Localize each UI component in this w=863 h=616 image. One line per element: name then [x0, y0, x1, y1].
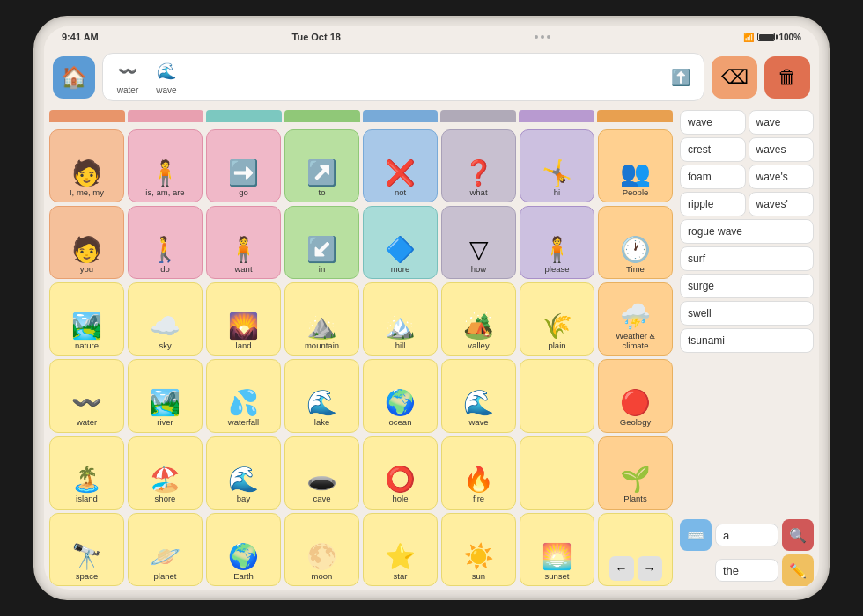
symbol-mountain[interactable]: ⛰️ mountain [284, 282, 359, 356]
hole-icon: ⭕ [385, 467, 416, 492]
word-btn-wave-2[interactable]: wave [749, 110, 815, 135]
symbol-ocean[interactable]: 🌍 ocean [363, 359, 438, 432]
symbol-want[interactable]: 🧍 want [206, 206, 281, 279]
cat-tab-blue[interactable] [363, 110, 439, 122]
word-btn-rogue-wave[interactable]: rogue wave [680, 219, 814, 244]
home-icon: 🏠 [61, 65, 87, 90]
delete-button[interactable]: ⌫ [712, 56, 757, 99]
text-input-a[interactable]: a [715, 524, 778, 546]
cat-tab-pink[interactable] [128, 110, 203, 122]
symbol-you[interactable]: 🧑 you [49, 206, 124, 279]
symbol-sunset[interactable]: 🌅 sunset [520, 513, 594, 586]
bay-icon: 🌊 [228, 467, 259, 492]
symbol-wave[interactable]: 🌊 wave [441, 359, 516, 432]
symbol-go[interactable]: ➡️ go [206, 129, 281, 202]
symbol-more[interactable]: 🔷 more [363, 206, 438, 279]
word-btn-crest[interactable]: crest [680, 137, 746, 162]
symbol-time[interactable]: 🕐 Time [598, 206, 673, 279]
fire-label: fire [473, 494, 484, 503]
word-row-surge: surge [680, 274, 814, 298]
next-page-button[interactable]: → [638, 556, 662, 581]
symbol-do[interactable]: 🚶 do [128, 206, 203, 279]
home-button[interactable]: 🏠 [53, 56, 95, 99]
symbol-plants[interactable]: 🌱 Plants [598, 436, 673, 510]
cat-tab-purple[interactable] [519, 110, 594, 122]
plain-label: plain [548, 341, 565, 350]
symbol-hi[interactable]: 🤸 hi [520, 129, 594, 202]
word-btn-foam[interactable]: foam [680, 165, 746, 189]
bottom-controls: ⌨️ a 🔍 the ✏️ [680, 519, 814, 586]
status-right: 📶 100% [743, 33, 801, 42]
symbol-sun[interactable]: ☀️ sun [441, 513, 516, 586]
symbol-in[interactable]: ↙️ in [284, 206, 359, 279]
symbol-land[interactable]: 🌄 land [206, 282, 281, 356]
symbol-fire[interactable]: 🔥 fire [441, 436, 516, 510]
cat-tab-orange2[interactable] [597, 110, 673, 122]
word-btn-waves[interactable]: waves [749, 137, 815, 162]
category-tabs [49, 110, 673, 126]
water-icon: 〰️ [71, 391, 102, 415]
word-btn-wave-s[interactable]: wave's [749, 165, 815, 189]
text-row-2: the ✏️ [680, 554, 814, 586]
symbol-sky[interactable]: ☁️ sky [128, 282, 203, 356]
island-label: island [76, 494, 98, 503]
word-btn-swell[interactable]: swell [680, 301, 814, 326]
symbol-lake[interactable]: 🌊 lake [284, 359, 359, 432]
share-button[interactable]: ⬆️ [668, 65, 693, 90]
cat-tab-gray[interactable] [440, 110, 516, 122]
in-label: in [319, 264, 325, 274]
symbol-planet[interactable]: 🪐 planet [128, 513, 203, 586]
sun-icon: ☀️ [463, 545, 494, 569]
symbol-shore[interactable]: 🏖️ shore [128, 436, 203, 510]
text-input-the[interactable]: the [715, 559, 778, 582]
symbol-people[interactable]: 👥 People [598, 129, 673, 202]
word-btn-wave-1[interactable]: wave [680, 110, 746, 135]
water-label: water [117, 85, 138, 95]
symbol-hill[interactable]: 🏔️ hill [363, 282, 438, 356]
symbol-earth[interactable]: 🌍 Earth [206, 513, 281, 586]
symbol-nature[interactable]: 🏞️ nature [49, 282, 124, 356]
word-btn-ripple[interactable]: ripple [680, 192, 746, 216]
keyboard-button[interactable]: ⌨️ [680, 519, 712, 551]
symbol-is-am-are[interactable]: 🧍 is, am, are [128, 129, 203, 202]
symbol-valley[interactable]: 🏕️ valley [441, 282, 516, 356]
symbol-island[interactable]: 🏝️ island [49, 436, 124, 510]
symbol-what[interactable]: ❓ what [441, 129, 516, 202]
symbol-moon[interactable]: 🌕 moon [284, 513, 359, 586]
more-label: more [391, 264, 410, 274]
cat-tab-teal[interactable] [206, 110, 282, 122]
prev-page-button[interactable]: ← [609, 556, 634, 581]
symbol-hole[interactable]: ⭕ hole [363, 436, 438, 510]
cave-label: cave [313, 494, 330, 503]
shore-icon: 🏖️ [150, 467, 181, 492]
symbol-water[interactable]: 〰️ water [49, 359, 124, 432]
search-button[interactable]: 🔍 [782, 519, 814, 551]
word-btn-surf[interactable]: surf [680, 246, 814, 271]
cat-tab-green[interactable] [284, 110, 360, 122]
symbol-cave[interactable]: 🕳️ cave [284, 436, 359, 510]
symbol-star[interactable]: ⭐ star [363, 513, 438, 586]
symbol-how[interactable]: ▽ how [441, 206, 516, 279]
symbol-plain[interactable]: 🌾 plain [520, 282, 594, 356]
in-icon: ↙️ [306, 238, 337, 262]
symbol-i-me-my[interactable]: 🧑 I, me, my [49, 129, 124, 202]
space-label: space [76, 571, 98, 581]
word-btn-surge[interactable]: surge [680, 274, 814, 298]
is-am-are-label: is, am, are [145, 187, 184, 197]
time-label: Time [626, 264, 645, 274]
trash-button[interactable]: 🗑 [764, 56, 810, 99]
word-btn-waves-apostrophe[interactable]: waves' [749, 192, 815, 216]
cave-icon: 🕳️ [306, 467, 337, 492]
cat-tab-orange[interactable] [49, 110, 125, 122]
symbol-waterfall[interactable]: 💦 waterfall [206, 359, 281, 432]
symbol-not[interactable]: ❌ not [363, 129, 438, 202]
symbol-weather-climate[interactable]: ⛈️ Weather & climate [598, 282, 673, 356]
symbol-geology[interactable]: 🔴 Geology [598, 359, 673, 432]
word-btn-tsunami[interactable]: tsunami [680, 328, 814, 353]
pencil-button[interactable]: ✏️ [782, 554, 814, 586]
symbol-bay[interactable]: 🌊 bay [206, 436, 281, 510]
symbol-space[interactable]: 🔭 space [49, 513, 124, 586]
symbol-please[interactable]: 🧍 please [520, 206, 594, 279]
symbol-river[interactable]: 🏞️ river [128, 359, 203, 432]
symbol-to[interactable]: ↗️ to [284, 129, 359, 202]
